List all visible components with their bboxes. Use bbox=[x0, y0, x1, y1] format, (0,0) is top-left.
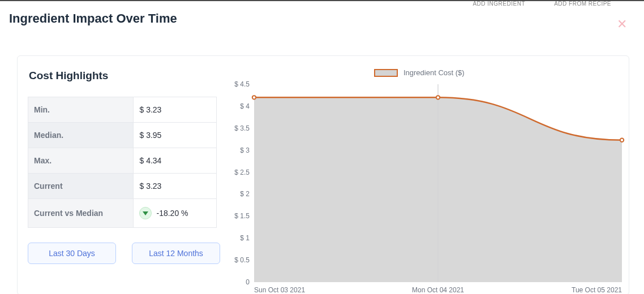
highlights-section-title: Cost Highlights bbox=[29, 70, 220, 82]
modal-title: Ingredient Impact Over Time bbox=[9, 11, 177, 26]
stat-label: Current vs Median bbox=[28, 199, 134, 228]
svg-text:$ 4.5: $ 4.5 bbox=[234, 80, 250, 88]
table-row: Median. $ 3.95 bbox=[28, 123, 217, 148]
svg-point-17 bbox=[620, 139, 624, 142]
stat-value: -18.20 % bbox=[134, 199, 217, 228]
svg-text:$ 0.5: $ 0.5 bbox=[234, 256, 250, 264]
svg-point-15 bbox=[252, 96, 256, 99]
svg-text:Tue Oct 05 2021: Tue Oct 05 2021 bbox=[572, 286, 622, 294]
last-30-days-button[interactable]: Last 30 Days bbox=[28, 243, 116, 264]
svg-text:$ 2.5: $ 2.5 bbox=[234, 168, 250, 176]
svg-text:$ 4: $ 4 bbox=[240, 102, 250, 110]
stat-label: Current bbox=[28, 174, 134, 199]
svg-text:$ 3.5: $ 3.5 bbox=[234, 124, 250, 132]
legend-swatch-icon bbox=[374, 69, 398, 77]
svg-text:Sun Oct 03 2021: Sun Oct 03 2021 bbox=[254, 286, 305, 294]
svg-marker-0 bbox=[143, 211, 148, 215]
last-12-months-button[interactable]: Last 12 Months bbox=[132, 243, 220, 264]
stat-label: Max. bbox=[28, 148, 134, 174]
table-row: Current $ 3.23 bbox=[28, 174, 217, 199]
stat-value: $ 4.34 bbox=[134, 148, 217, 174]
table-row: Max. $ 4.34 bbox=[28, 148, 217, 174]
svg-text:$ 1.5: $ 1.5 bbox=[234, 212, 250, 220]
background-fragment: ADD FROM RECIPE bbox=[554, 1, 611, 7]
trend-down-icon bbox=[139, 207, 152, 219]
legend-series-label: Ingredient Cost ($) bbox=[403, 68, 465, 77]
delta-text: -18.20 % bbox=[156, 209, 188, 218]
close-icon[interactable]: ✕ bbox=[617, 18, 627, 31]
stat-value: $ 3.23 bbox=[134, 97, 217, 123]
background-fragment: ADD INGREDIENT bbox=[473, 1, 525, 7]
chart-legend: Ingredient Cost ($) bbox=[220, 68, 619, 77]
stat-label: Median. bbox=[28, 123, 134, 148]
highlights-table: Min. $ 3.23 Median. $ 3.95 Max. $ 4.34 C… bbox=[28, 97, 217, 228]
stat-value: $ 3.23 bbox=[134, 174, 217, 199]
svg-text:$ 1: $ 1 bbox=[240, 234, 250, 242]
svg-text:$ 2: $ 2 bbox=[240, 190, 250, 198]
svg-point-16 bbox=[436, 96, 440, 99]
svg-text:0: 0 bbox=[246, 278, 250, 286]
line-chart: 0$ 0.5$ 1$ 1.5$ 2$ 2.5$ 3$ 3.5$ 4$ 4.5Su… bbox=[220, 79, 628, 294]
svg-text:Mon Oct 04 2021: Mon Oct 04 2021 bbox=[412, 286, 464, 294]
stat-value: $ 3.95 bbox=[134, 123, 217, 148]
stat-label: Min. bbox=[28, 97, 134, 123]
svg-text:$ 3: $ 3 bbox=[240, 146, 250, 154]
table-row: Min. $ 3.23 bbox=[28, 97, 217, 123]
content-card: Cost Highlights Min. $ 3.23 Median. $ 3.… bbox=[17, 55, 629, 294]
table-row: Current vs Median -18.20 % bbox=[28, 199, 217, 228]
